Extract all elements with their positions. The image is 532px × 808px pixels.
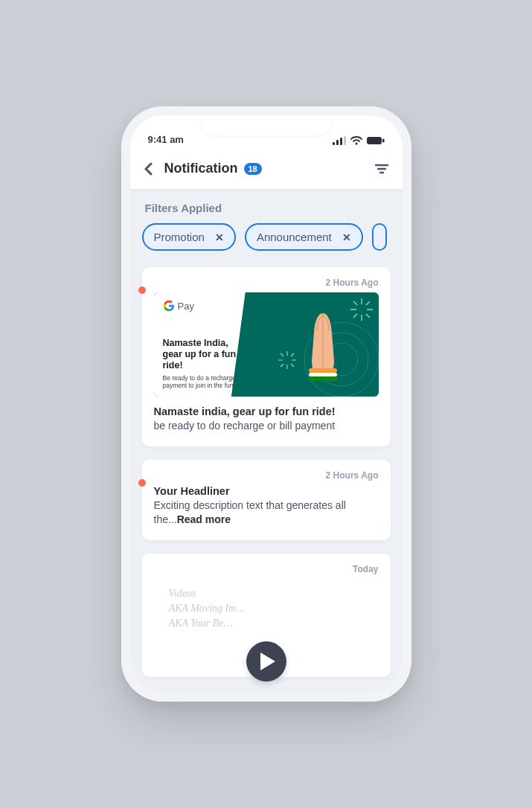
- svg-line-22: [281, 353, 283, 356]
- back-button[interactable]: [144, 162, 154, 176]
- chip-remove-icon[interactable]: ✕: [342, 231, 351, 243]
- svg-rect-0: [333, 142, 335, 145]
- svg-rect-31: [309, 376, 337, 381]
- app-header: Notification 18: [130, 148, 403, 190]
- notification-card[interactable]: 2 Hours Ago Your Headliner Exciting desc…: [142, 460, 391, 540]
- svg-rect-3: [344, 136, 346, 145]
- screen: 9:41 am Notification 18: [130, 115, 403, 693]
- cellular-icon: [333, 136, 346, 145]
- card-timestamp: Today: [154, 564, 379, 574]
- svg-rect-1: [336, 140, 339, 145]
- play-button[interactable]: [246, 641, 286, 682]
- svg-rect-29: [309, 368, 337, 373]
- card-body: Exciting description text that generates…: [154, 498, 379, 527]
- phone-frame: 9:41 am Notification 18: [121, 106, 411, 702]
- status-icons: [333, 136, 385, 145]
- card-headline: Namaste india, gear up for fun ride!: [154, 405, 379, 417]
- notification-count-badge: 18: [244, 163, 262, 175]
- chip-label: Announcement: [257, 231, 332, 243]
- chip-label: Promotion: [154, 231, 205, 243]
- card-timestamp: 2 Hours Ago: [154, 470, 379, 481]
- status-bar: 9:41 am: [130, 115, 403, 148]
- card-timestamp: 2 Hours Ago: [154, 278, 379, 288]
- unread-dot-icon: [138, 286, 146, 294]
- filter-chip-promotion[interactable]: Promotion ✕: [142, 223, 236, 251]
- namaste-hands-icon: [289, 309, 356, 394]
- gpay-text: Pay: [178, 301, 194, 312]
- svg-rect-6: [382, 139, 385, 143]
- svg-rect-2: [340, 138, 342, 145]
- svg-line-16: [366, 301, 370, 305]
- filter-chip-row: Promotion ✕ Announcement ✕: [142, 223, 391, 254]
- chip-remove-icon[interactable]: ✕: [215, 231, 224, 243]
- svg-rect-5: [367, 137, 382, 144]
- battery-icon: [367, 136, 385, 145]
- wifi-icon: [350, 136, 362, 145]
- filter-chip-overflow[interactable]: [372, 223, 387, 251]
- svg-rect-30: [309, 373, 337, 376]
- unread-dot-icon: [138, 479, 146, 487]
- gpay-logo: Pay: [163, 300, 253, 312]
- status-time: 9:41 am: [148, 134, 184, 145]
- promo-subtitle: Be ready to do a recharge or bill paymen…: [163, 374, 253, 389]
- page-title: Notification: [164, 161, 238, 176]
- filter-chip-announcement[interactable]: Announcement ✕: [245, 223, 363, 251]
- promo-banner: Pay Namaste India, gear up for a fun rid…: [154, 292, 379, 397]
- card-body: be ready to do recharge or bill payment: [154, 419, 379, 433]
- promo-title: Namaste India, gear up for a fun ride!: [163, 338, 253, 371]
- notification-card-video[interactable]: Today Videos AKA Moving Im… AKA Your Be…: [142, 554, 391, 677]
- read-more-link[interactable]: Read more: [177, 513, 231, 525]
- card-headline: Your Headliner: [154, 485, 379, 497]
- promo-white-panel: Pay Namaste India, gear up for a fun rid…: [154, 292, 262, 397]
- filters-applied-label: Filters Applied: [145, 202, 388, 214]
- svg-line-25: [281, 364, 283, 367]
- video-placeholder-text: Videos AKA Moving Im… AKA Your Be…: [169, 588, 373, 629]
- content-scroll[interactable]: Filters Applied Promotion ✕ Announcement…: [130, 190, 403, 693]
- filter-button[interactable]: [374, 163, 389, 175]
- notification-card[interactable]: 2 Hours Ago: [142, 267, 391, 446]
- svg-line-14: [353, 301, 357, 305]
- svg-point-4: [355, 142, 357, 144]
